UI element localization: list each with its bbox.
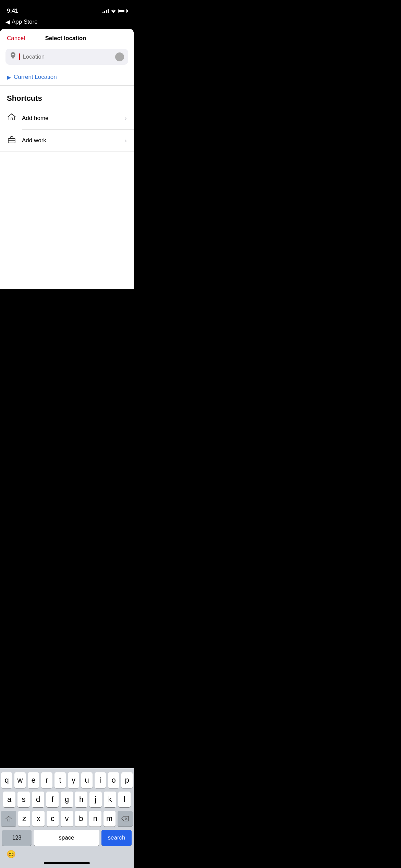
current-location-label: Current Location	[14, 74, 57, 81]
mic-icon	[115, 52, 124, 61]
signal-icon	[102, 9, 109, 13]
status-bar: 9:41	[0, 0, 134, 17]
pin-icon	[10, 52, 16, 61]
item-bottom-separator	[0, 152, 134, 152]
modal-sheet: Cancel Select location ▶ Current Locatio…	[0, 29, 134, 289]
current-location-button[interactable]: ▶ Current Location	[0, 70, 134, 85]
home-icon	[7, 113, 16, 124]
briefcase-icon	[7, 135, 16, 146]
chevron-right-icon: ›	[125, 115, 127, 122]
location-arrow-icon: ▶	[7, 74, 11, 81]
location-input[interactable]	[23, 53, 112, 60]
shortcuts-header: Shortcuts	[0, 86, 134, 107]
add-work-button[interactable]: Add work ›	[0, 130, 134, 152]
status-time: 9:41	[7, 8, 18, 14]
add-home-label: Add home	[22, 115, 119, 122]
add-work-label: Add work	[22, 137, 119, 144]
back-nav[interactable]: ◀ App Store	[0, 17, 134, 29]
add-home-button[interactable]: Add home ›	[0, 107, 134, 129]
back-label: App Store	[12, 19, 38, 25]
page-title: Select location	[25, 35, 106, 42]
status-icons	[102, 9, 127, 13]
nav-bar: Cancel Select location	[0, 29, 134, 46]
cursor-indicator	[19, 53, 20, 60]
chevron-right-icon-2: ›	[125, 137, 127, 144]
back-arrow-icon: ◀	[5, 19, 10, 25]
search-container[interactable]	[5, 49, 128, 65]
battery-icon	[118, 9, 127, 13]
cancel-button[interactable]: Cancel	[7, 35, 25, 42]
wifi-icon	[111, 9, 116, 13]
